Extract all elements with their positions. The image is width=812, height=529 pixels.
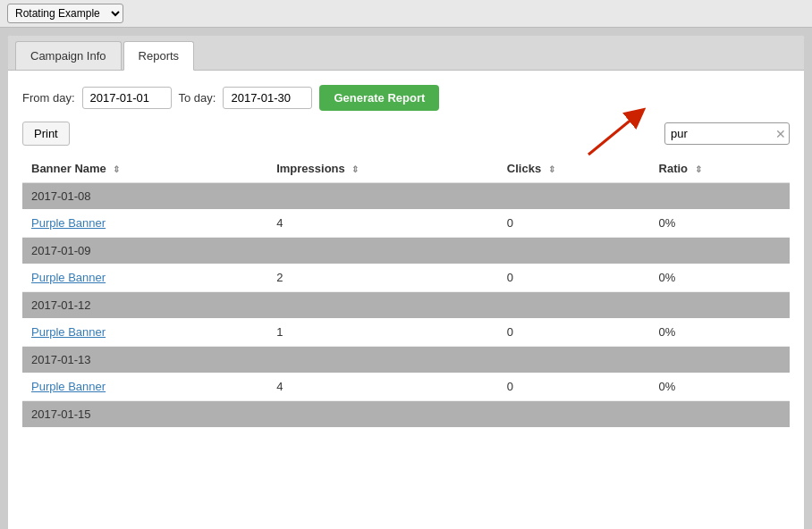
search-box-wrapper: ✕ bbox=[664, 122, 790, 145]
table-date-row: 2017-01-15 bbox=[22, 401, 790, 428]
search-clear-icon[interactable]: ✕ bbox=[775, 127, 786, 141]
banner-link[interactable]: Purple Banner bbox=[31, 271, 106, 284]
to-label: To day: bbox=[179, 91, 216, 105]
generate-report-button[interactable]: Generate Report bbox=[319, 85, 439, 111]
report-table: Banner Name ⇕ Impressions ⇕ Clicks ⇕ Rat… bbox=[22, 155, 790, 427]
main-container: Campaign Info Reports From day: To day: … bbox=[7, 35, 805, 529]
to-date-input[interactable] bbox=[223, 87, 312, 109]
table-row: Purple Banner400% bbox=[22, 209, 790, 238]
banner-link[interactable]: Purple Banner bbox=[31, 325, 106, 339]
toolbar-row: Print ✕ bbox=[22, 122, 790, 146]
tabs: Campaign Info Reports bbox=[8, 36, 804, 71]
search-input[interactable] bbox=[664, 122, 790, 145]
col-impressions: Impressions ⇕ bbox=[267, 155, 498, 183]
table-row: Purple Banner400% bbox=[22, 373, 790, 401]
arrow-annotation bbox=[579, 105, 651, 159]
banner-link[interactable]: Purple Banner bbox=[31, 216, 106, 230]
table-date-row: 2017-01-13 bbox=[22, 347, 790, 374]
table-row: Purple Banner100% bbox=[22, 318, 790, 347]
col-banner-name: Banner Name ⇕ bbox=[22, 155, 267, 183]
filter-row: From day: To day: Generate Report bbox=[22, 85, 790, 111]
table-row: Purple Banner200% bbox=[22, 264, 790, 292]
col-clicks: Clicks ⇕ bbox=[498, 155, 650, 183]
table-date-row: 2017-01-09 bbox=[22, 238, 790, 264]
col-ratio: Ratio ⇕ bbox=[650, 155, 790, 183]
sort-icon-clicks[interactable]: ⇕ bbox=[548, 164, 555, 174]
from-date-input[interactable] bbox=[82, 87, 172, 109]
top-bar: Rotating Example bbox=[0, 0, 812, 28]
banner-link[interactable]: Purple Banner bbox=[31, 380, 106, 393]
campaign-select[interactable]: Rotating Example bbox=[7, 4, 123, 23]
table-header-row: Banner Name ⇕ Impressions ⇕ Clicks ⇕ Rat… bbox=[22, 155, 790, 183]
table-date-row: 2017-01-08 bbox=[22, 183, 790, 210]
tab-campaign-info[interactable]: Campaign Info bbox=[15, 41, 122, 70]
sort-icon-ratio[interactable]: ⇕ bbox=[695, 164, 702, 174]
content-area: From day: To day: Generate Report Print … bbox=[8, 71, 804, 529]
sort-icon-banner[interactable]: ⇕ bbox=[113, 164, 120, 174]
svg-line-1 bbox=[588, 114, 638, 155]
tab-reports[interactable]: Reports bbox=[123, 41, 195, 71]
from-label: From day: bbox=[22, 91, 75, 105]
sort-icon-impressions[interactable]: ⇕ bbox=[351, 164, 359, 174]
table-date-row: 2017-01-12 bbox=[22, 292, 790, 319]
print-button[interactable]: Print bbox=[22, 122, 70, 146]
